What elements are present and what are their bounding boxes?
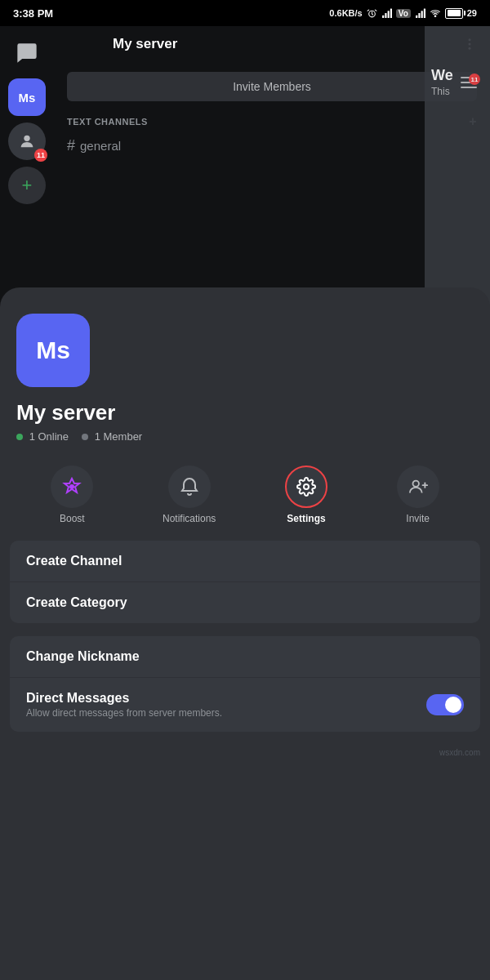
svg-point-9 — [434, 15, 436, 16]
notification-badge: 11 — [34, 149, 47, 162]
hamburger-menu-icon[interactable]: 11 — [461, 77, 477, 88]
create-category-label: Create Category — [26, 595, 127, 610]
svg-rect-1 — [382, 15, 384, 17]
boost-label: Boost — [60, 513, 85, 524]
server-stats: 1 Online 1 Member — [16, 430, 474, 443]
signal-icon-1 — [381, 8, 392, 19]
network-speed: 0.6KB/s — [329, 8, 362, 18]
member-dot — [82, 434, 88, 440]
hamburger-line-3 — [461, 87, 477, 88]
battery-fill — [448, 10, 461, 16]
invite-button[interactable]: Invite — [397, 466, 439, 524]
boost-icon-container — [51, 466, 93, 508]
settings-icon-container — [285, 466, 327, 508]
right-chat-peek: 11 We This — [425, 26, 490, 312]
watermark: wsxdn.com — [0, 745, 490, 760]
settings-gear-icon — [296, 477, 316, 497]
direct-messages-label: Direct Messages — [26, 691, 222, 706]
notifications-button[interactable]: Notifications — [163, 466, 216, 524]
member-stat: 1 Member — [82, 430, 142, 443]
text-channels-label: TEXT CHANNELS — [67, 117, 148, 127]
bottom-panel: Ms My server 1 Online 1 Member Boost — [0, 287, 490, 980]
invite-person-icon — [408, 477, 429, 497]
boost-icon — [62, 477, 82, 497]
status-bar-right: 0.6KB/s Vo 29 — [329, 8, 477, 19]
sidebar-strip: Ms 11 + — [0, 26, 54, 312]
server-info-section: Ms My server 1 Online 1 Member — [0, 287, 490, 459]
svg-rect-2 — [385, 12, 386, 17]
svg-rect-6 — [418, 12, 420, 17]
network-badge: Vo — [396, 9, 411, 18]
invite-label: Invite — [406, 513, 430, 524]
toggle-thumb — [445, 697, 461, 713]
general-channel-label: general — [80, 139, 121, 153]
status-time: 3:38 PM — [13, 7, 53, 20]
signal-icon-2 — [415, 8, 425, 19]
create-section: Create Channel Create Category — [10, 541, 480, 623]
action-row: Boost Notifications Settings — [0, 459, 490, 541]
settings-button[interactable]: Settings — [285, 466, 327, 524]
alarm-icon — [367, 8, 377, 19]
change-nickname-item[interactable]: Change Nickname — [10, 636, 480, 678]
online-stat: 1 Online — [16, 430, 69, 443]
invite-icon-container — [397, 466, 439, 508]
svg-point-16 — [412, 481, 418, 487]
add-server-button[interactable]: + — [8, 167, 46, 204]
create-category-item[interactable]: Create Category — [10, 582, 480, 623]
hash-icon: # — [67, 137, 75, 154]
sidebar-user-avatar[interactable]: 11 — [8, 122, 46, 160]
hamburger-badge: 11 — [469, 74, 480, 85]
sidebar-server-avatar[interactable]: Ms — [8, 78, 46, 116]
server-avatar-large: Ms — [16, 314, 90, 387]
server-avatar-text: Ms — [36, 336, 70, 364]
create-channel-label: Create Channel — [26, 554, 122, 568]
invite-members-button[interactable]: Invite Members — [67, 72, 477, 101]
svg-point-14 — [69, 484, 74, 489]
wifi-icon — [430, 8, 441, 19]
svg-rect-5 — [416, 15, 417, 17]
direct-messages-toggle[interactable] — [426, 694, 464, 715]
change-nickname-label: Change Nickname — [26, 649, 140, 664]
bell-icon — [180, 477, 199, 497]
svg-point-15 — [304, 484, 309, 489]
server-name-header: My server — [113, 36, 177, 52]
invite-members-label: Invite Members — [233, 80, 311, 93]
svg-rect-3 — [387, 11, 389, 18]
battery-icon — [445, 8, 463, 19]
chat-icon[interactable] — [8, 34, 46, 72]
boost-button[interactable]: Boost — [51, 466, 93, 524]
sidebar-avatar-text: Ms — [19, 91, 36, 105]
battery-pct: 29 — [467, 8, 477, 18]
create-channel-item[interactable]: Create Channel — [10, 541, 480, 582]
notifications-icon-container — [168, 466, 211, 508]
svg-rect-7 — [421, 11, 422, 18]
direct-messages-info: Direct Messages Allow direct messages fr… — [26, 691, 222, 719]
direct-messages-item[interactable]: Direct Messages Allow direct messages fr… — [10, 678, 480, 732]
notifications-label: Notifications — [163, 513, 216, 524]
online-dot — [16, 434, 23, 440]
server-name-large: My server — [16, 400, 474, 425]
svg-rect-4 — [390, 8, 392, 17]
user-settings-section: Change Nickname Direct Messages Allow di… — [10, 636, 480, 732]
svg-rect-8 — [424, 8, 425, 17]
settings-label: Settings — [287, 513, 325, 524]
direct-messages-sub: Allow direct messages from server member… — [26, 707, 222, 719]
svg-point-10 — [24, 136, 29, 141]
status-bar: 3:38 PM 0.6KB/s Vo 29 — [0, 0, 490, 26]
discord-top-area: Ms 11 + My server Invite Members TEXT CH… — [0, 26, 490, 312]
